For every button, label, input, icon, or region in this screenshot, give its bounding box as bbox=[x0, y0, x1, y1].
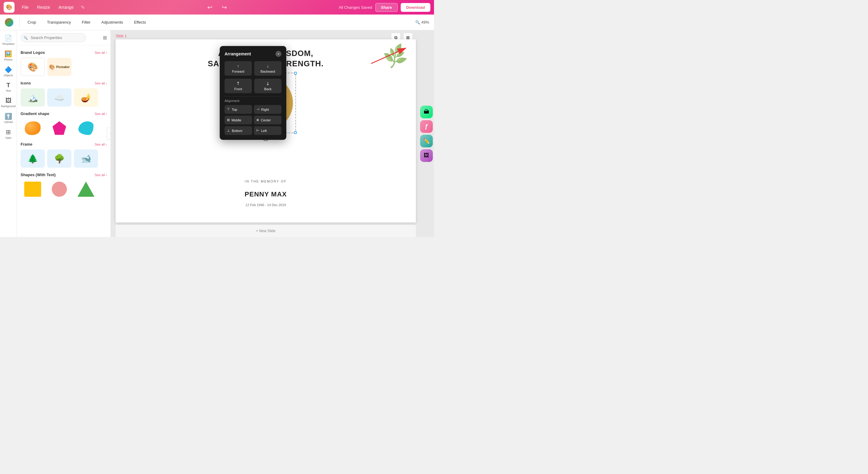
sidebar-item-background[interactable]: 🖼 Background bbox=[1, 95, 16, 109]
brand-logo-item-2[interactable]: 🎨 Picmaker bbox=[47, 58, 71, 76]
icons-grid: 🏔️ ☁️ 🪔 bbox=[21, 88, 107, 106]
sidebar-item-apps[interactable]: ⊞ Apps bbox=[1, 127, 16, 141]
gradient-shape-item-1[interactable] bbox=[21, 119, 45, 137]
align-center-button[interactable]: ⊕ Center bbox=[254, 116, 281, 124]
align-center-label: Center bbox=[261, 118, 271, 122]
panel-content: Brand Logos See all › 🎨 🎨 Picmaker Icons… bbox=[17, 45, 111, 237]
popup-close-button[interactable]: × bbox=[275, 51, 281, 57]
new-slide-button[interactable]: + New Slide bbox=[116, 225, 416, 237]
sidebar-item-photos[interactable]: 🖼️ Photos bbox=[1, 49, 16, 63]
align-top-label: Top bbox=[232, 108, 237, 112]
align-bottom-button[interactable]: ⊥ Bottom bbox=[224, 126, 252, 135]
float-btn-mountain[interactable]: 🏔 bbox=[420, 106, 433, 118]
align-right-button[interactable]: ⊣ Right bbox=[254, 105, 281, 114]
brand-logo-item-1[interactable]: 🎨 bbox=[21, 58, 45, 76]
filter-button[interactable]: Filter bbox=[78, 18, 95, 26]
corner-handle-br[interactable] bbox=[294, 131, 297, 134]
color-swatch-icon[interactable] bbox=[5, 18, 13, 27]
sidebar-item-upload[interactable]: ⬆️ Upload bbox=[1, 111, 16, 125]
search-input[interactable] bbox=[21, 33, 86, 42]
search-wrap bbox=[21, 33, 100, 42]
download-button[interactable]: Download bbox=[401, 3, 430, 12]
popup-title: Arrangement bbox=[224, 52, 251, 56]
left-panel: ⊞ Brand Logos See all › 🎨 🎨 Picmaker bbox=[17, 30, 111, 237]
slide-name-text[interactable]: PENNY MAX bbox=[245, 190, 287, 198]
photos-icon: 🖼️ bbox=[4, 50, 12, 58]
redo-button[interactable]: ↪ bbox=[219, 2, 229, 12]
sidebar-label-photos: Photos bbox=[4, 58, 12, 61]
shapes-text-item-3[interactable] bbox=[74, 180, 98, 198]
brand-logos-see-all[interactable]: See all › bbox=[95, 51, 107, 55]
align-left-button[interactable]: ⊢ Left bbox=[254, 126, 281, 135]
frame-item-2[interactable]: 🌳 bbox=[47, 150, 71, 168]
transparency-button[interactable]: Transparency bbox=[43, 18, 75, 26]
shapes-text-item-1[interactable] bbox=[21, 180, 45, 198]
float-btn-paint[interactable]: ✏️ bbox=[420, 135, 433, 148]
align-middle-button[interactable]: ⊞ Middle bbox=[224, 116, 252, 124]
app-logo: 🎨 bbox=[4, 2, 14, 13]
gradient-shape-item-2[interactable] bbox=[47, 119, 71, 137]
back-button[interactable]: ⤓ Back bbox=[254, 79, 281, 93]
icons-see-all[interactable]: See all › bbox=[95, 82, 107, 85]
menu-resize[interactable]: Resize bbox=[34, 3, 54, 11]
icons-title: Icons bbox=[21, 81, 31, 85]
search-bar: ⊞ bbox=[17, 30, 111, 45]
zoom-indicator[interactable]: 🔍 49% bbox=[415, 20, 429, 25]
secondary-toolbar: Crop Transparency Filter Adjustments Eff… bbox=[0, 14, 434, 30]
menu-arrange[interactable]: Arrange bbox=[55, 3, 77, 11]
sidebar-item-objects[interactable]: 🔷 Objects bbox=[1, 64, 16, 79]
shapes-text-item-2[interactable] bbox=[47, 180, 71, 198]
backward-icon: ↓ bbox=[267, 64, 269, 68]
gradient-shape-item-3[interactable] bbox=[74, 119, 98, 137]
corner-handle-tr[interactable] bbox=[294, 72, 297, 75]
icon-item-1[interactable]: 🏔️ bbox=[21, 88, 45, 106]
front-icon: ⤒ bbox=[236, 81, 240, 86]
arrangement-popup: Arrangement × ↑ Forward ↓ Backward ⤒ Fro… bbox=[220, 46, 286, 140]
sidebar-item-templates[interactable]: 📄 Templates bbox=[1, 33, 16, 47]
frame-item-1[interactable]: 🌲 bbox=[21, 150, 45, 168]
icon-item-3[interactable]: 🪔 bbox=[74, 88, 98, 106]
effects-button[interactable]: Effects bbox=[130, 18, 150, 26]
align-top-icon: ⊤ bbox=[227, 107, 230, 112]
sidebar-label-background: Background bbox=[1, 105, 16, 108]
frame-item-3[interactable]: 🐋 bbox=[74, 150, 98, 168]
backward-label: Backward bbox=[260, 70, 275, 73]
align-top-button[interactable]: ⊤ Top bbox=[224, 105, 252, 114]
popup-forward-backward-row: ↑ Forward ↓ Backward bbox=[224, 61, 281, 76]
main-layout: 📄 Templates 🖼️ Photos 🔷 Objects T Text 🖼… bbox=[0, 30, 434, 237]
float-btn-gallery[interactable]: 🖼 bbox=[420, 149, 433, 162]
edit-icon[interactable]: ✎ bbox=[81, 4, 85, 10]
forward-button[interactable]: ↑ Forward bbox=[224, 61, 252, 76]
slide-label: Slide 1 bbox=[116, 34, 127, 38]
shapes-text-grid bbox=[21, 180, 107, 198]
align-bottom-icon: ⊥ bbox=[227, 129, 230, 133]
frame-see-all[interactable]: See all › bbox=[95, 143, 107, 146]
align-left-label: Left bbox=[261, 129, 267, 133]
brand-logos-title: Brand Logos bbox=[21, 50, 45, 55]
sidebar-item-text[interactable]: T Text bbox=[1, 80, 16, 94]
brand-logos-grid: 🎨 🎨 Picmaker bbox=[21, 58, 107, 76]
templates-icon: 📄 bbox=[4, 34, 12, 42]
menu-file[interactable]: File bbox=[18, 3, 32, 11]
undo-button[interactable]: ↩ bbox=[205, 2, 215, 12]
float-btn-font[interactable]: ƒ bbox=[420, 120, 433, 133]
slide-memory-text[interactable]: IN THE MEMORY OF bbox=[245, 180, 287, 183]
sidebar-label-templates: Templates bbox=[2, 42, 14, 45]
backward-button[interactable]: ↓ Backward bbox=[254, 61, 281, 76]
undo-redo-area: ↩ ↪ bbox=[205, 2, 229, 12]
slide-date-text[interactable]: 12 Feb 1946 - 14 Dec 2019 bbox=[245, 203, 286, 207]
icon-item-2[interactable]: ☁️ bbox=[47, 88, 71, 106]
shapes-text-see-all[interactable]: See all › bbox=[95, 173, 107, 177]
gradient-shape-see-all[interactable]: See all › bbox=[95, 112, 107, 116]
crop-button[interactable]: Crop bbox=[23, 18, 40, 26]
share-button[interactable]: Share bbox=[375, 3, 398, 12]
filter-icon[interactable]: ⊞ bbox=[103, 35, 107, 40]
gallery-icon: 🖼 bbox=[424, 152, 429, 159]
front-label: Front bbox=[234, 87, 242, 91]
sidebar-label-objects: Objects bbox=[4, 74, 13, 77]
align-left-icon: ⊢ bbox=[256, 129, 259, 133]
adjustments-button[interactable]: Adjustments bbox=[97, 18, 127, 26]
align-bottom-label: Bottom bbox=[232, 129, 242, 133]
collapse-panel-button[interactable]: ‹ bbox=[107, 128, 111, 140]
front-button[interactable]: ⤒ Front bbox=[224, 79, 252, 93]
